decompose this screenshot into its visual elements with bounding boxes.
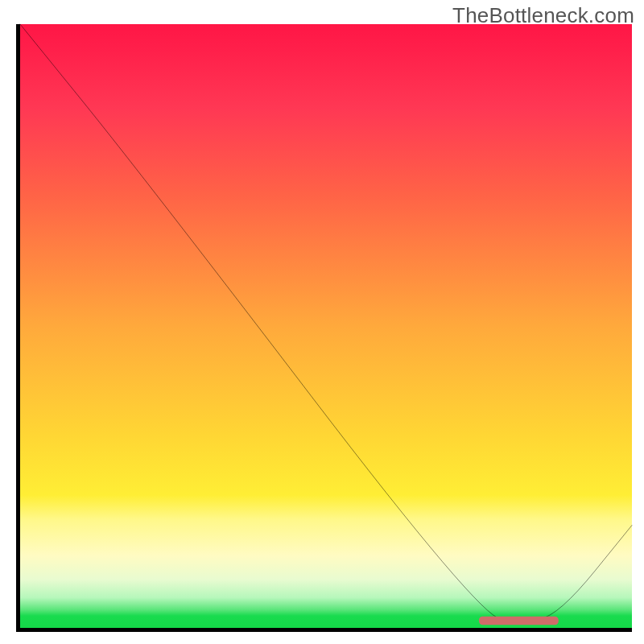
svg-rect-0 xyxy=(479,617,559,625)
plot-area xyxy=(16,24,632,632)
chart-container: TheBottleneck.com xyxy=(0,0,644,644)
optimal-range-marker xyxy=(20,24,632,628)
